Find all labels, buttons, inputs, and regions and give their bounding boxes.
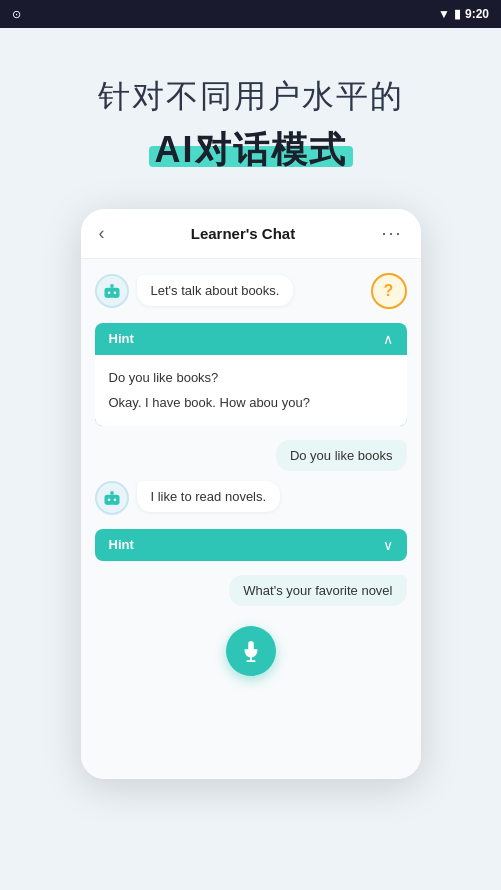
chat-body: Let's talk about books. ? Hint ∧ Do you … — [81, 259, 421, 779]
user-message-2-text: What's your favorite novel — [243, 583, 392, 598]
bot-avatar-2 — [95, 481, 129, 515]
status-left: ⊙ — [12, 8, 21, 21]
hint-dropdown-2[interactable]: Hint ∨ — [95, 529, 407, 561]
chat-header: ‹ Learner's Chat ··· — [81, 209, 421, 259]
hint-header-1[interactable]: Hint ∧ — [95, 323, 407, 355]
title-line2-highlight: AI对话模式 — [149, 146, 353, 167]
user-message-1-text: Do you like books — [290, 448, 393, 463]
help-button[interactable]: ? — [371, 273, 407, 309]
hint-header-2[interactable]: Hint ∨ — [95, 529, 407, 561]
hint-line-2: Okay. I have book. How abou you? — [109, 390, 393, 416]
svg-point-9 — [113, 498, 116, 501]
svg-point-8 — [107, 498, 110, 501]
clock: 9:20 — [465, 7, 489, 21]
svg-point-2 — [113, 291, 116, 294]
hint-label-2: Hint — [109, 537, 134, 552]
status-bar: ⊙ ▼ ▮ 9:20 — [0, 0, 501, 28]
user-message-row-2: What's your favorite novel — [95, 575, 407, 606]
hint-line-1: Do you like books? — [109, 365, 393, 391]
phone-mockup: ‹ Learner's Chat ··· — [81, 209, 421, 779]
wifi-icon: ▼ — [438, 7, 450, 21]
mic-button[interactable] — [226, 626, 276, 676]
hint-arrow-up-icon: ∧ — [383, 331, 393, 347]
svg-rect-10 — [110, 491, 113, 494]
status-right: ▼ ▮ 9:20 — [438, 7, 489, 21]
mic-row — [95, 616, 407, 682]
mic-icon — [240, 640, 262, 662]
bot-message-row-2: I like to read novels. — [95, 481, 407, 515]
user-bubble-1: Do you like books — [276, 440, 407, 471]
back-button[interactable]: ‹ — [99, 223, 105, 244]
bot-bubble-1: Let's talk about books. — [137, 275, 294, 306]
svg-rect-11 — [107, 503, 110, 505]
bot-avatar-1 — [95, 274, 129, 308]
bot-bubble-2: I like to read novels. — [137, 481, 281, 512]
battery-icon: ▮ — [454, 7, 461, 21]
svg-rect-6 — [114, 296, 117, 298]
svg-rect-5 — [107, 296, 110, 298]
hint-dropdown-1[interactable]: Hint ∧ Do you like books? Okay. I have b… — [95, 323, 407, 426]
svg-rect-7 — [104, 494, 119, 504]
title-section: 针对不同用户水平的 AI对话模式 — [0, 28, 501, 199]
svg-rect-0 — [104, 287, 119, 297]
bot-message-2-text: I like to read novels. — [151, 489, 267, 504]
svg-point-1 — [107, 291, 110, 294]
hint-label-1: Hint — [109, 331, 134, 346]
bot-message-row-1: Let's talk about books. ? — [95, 273, 407, 309]
notification-icon: ⊙ — [12, 8, 21, 21]
hint-content-1: Do you like books? Okay. I have book. Ho… — [95, 355, 407, 426]
title-line2: AI对话模式 — [155, 126, 347, 175]
bot-message-1-text: Let's talk about books. — [151, 283, 280, 298]
title-line1: 针对不同用户水平的 — [30, 76, 471, 118]
svg-rect-12 — [114, 503, 117, 505]
hint-arrow-down-icon: ∨ — [383, 537, 393, 553]
chat-title: Learner's Chat — [191, 225, 295, 242]
user-message-row-1: Do you like books — [95, 440, 407, 471]
main-background: 针对不同用户水平的 AI对话模式 ‹ Learner's Chat ··· — [0, 28, 501, 890]
more-button[interactable]: ··· — [381, 223, 402, 244]
question-mark-icon: ? — [384, 282, 394, 300]
user-bubble-2: What's your favorite novel — [229, 575, 406, 606]
